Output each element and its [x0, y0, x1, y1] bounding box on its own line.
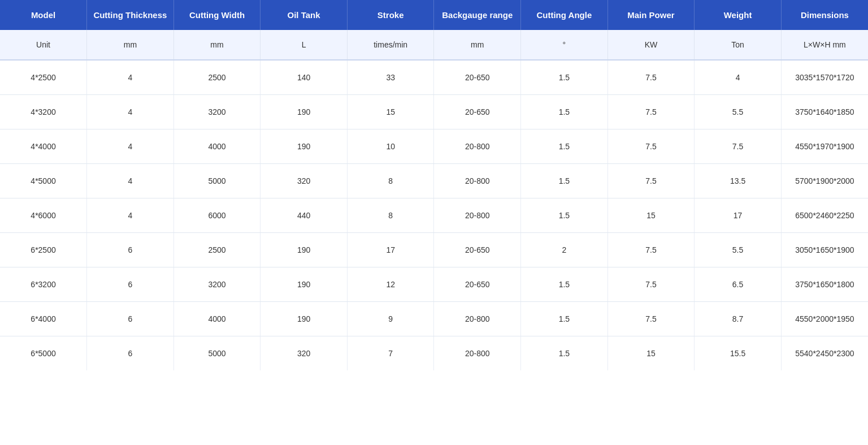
table-cell: 20-650 [434, 233, 521, 267]
column-header-oil-tank: Oil Tank [261, 0, 348, 30]
column-header-stroke: Stroke [347, 0, 434, 30]
column-header-cutting-thickness: Cutting Thickness [87, 0, 174, 30]
table-cell: 15 [607, 336, 695, 371]
column-header-main-power: Main Power [607, 0, 695, 30]
table-cell: 17 [695, 198, 782, 233]
unit-cell-1: mm [87, 30, 174, 60]
table-cell: 7.5 [607, 164, 695, 198]
table-cell: 1.5 [521, 129, 608, 164]
table-row: 6*2500625001901720-65027.55.53050*1650*1… [0, 233, 868, 267]
column-header-model: Model [0, 0, 87, 30]
table-cell: 7.5 [695, 129, 782, 164]
table-cell: 4*3200 [0, 95, 87, 129]
table-cell: 4*6000 [0, 198, 87, 233]
column-header-dimensions: Dimensions [781, 0, 868, 30]
table-cell: 4550*2000*1950 [781, 302, 868, 336]
table-cell: 17 [347, 233, 434, 267]
table-cell: 7.5 [607, 95, 695, 129]
unit-cell-2: mm [173, 30, 261, 60]
table-cell: 5000 [173, 336, 261, 371]
unit-cell-9: L×W×H mm [781, 30, 868, 60]
table-cell: 190 [261, 267, 348, 302]
table-row: 6*400064000190920-8001.57.58.74550*2000*… [0, 302, 868, 336]
table-cell: 190 [261, 302, 348, 336]
table-cell: 1.5 [521, 267, 608, 302]
table-cell: 7 [347, 336, 434, 371]
table-cell: 33 [347, 60, 434, 95]
table-cell: 20-800 [434, 336, 521, 371]
table-cell: 3200 [173, 267, 261, 302]
table-cell: 6*2500 [0, 233, 87, 267]
column-header-backgauge-range: Backgauge range [434, 0, 521, 30]
table-row: 4*4000440001901020-8001.57.57.54550*1970… [0, 129, 868, 164]
table-cell: 5540*2450*2300 [781, 336, 868, 371]
table-cell: 6*4000 [0, 302, 87, 336]
table-cell: 7.5 [607, 60, 695, 95]
table-cell: 20-800 [434, 302, 521, 336]
table-cell: 1.5 [521, 164, 608, 198]
table-cell: 5.5 [695, 95, 782, 129]
table-cell: 4*2500 [0, 60, 87, 95]
table-row: 6*3200632001901220-6501.57.56.53750*1650… [0, 267, 868, 302]
table-cell: 15 [347, 95, 434, 129]
unit-cell-5: mm [434, 30, 521, 60]
table-cell: 15 [607, 198, 695, 233]
unit-cell-7: KW [607, 30, 695, 60]
table-cell: 320 [261, 164, 348, 198]
table-cell: 6 [87, 233, 174, 267]
table-cell: 2500 [173, 60, 261, 95]
table-cell: 7.5 [607, 129, 695, 164]
header-row: ModelCutting ThicknessCutting WidthOil T… [0, 0, 868, 30]
column-header-cutting-angle: Cutting Angle [521, 0, 608, 30]
table-cell: 3200 [173, 95, 261, 129]
table-cell: 6*3200 [0, 267, 87, 302]
table-row: 4*3200432001901520-6501.57.55.53750*1640… [0, 95, 868, 129]
table-cell: 20-800 [434, 129, 521, 164]
table-cell: 4 [87, 60, 174, 95]
table-cell: 20-650 [434, 267, 521, 302]
table-cell: 4*4000 [0, 129, 87, 164]
table-cell: 190 [261, 95, 348, 129]
table-cell: 3750*1650*1800 [781, 267, 868, 302]
table-cell: 6500*2460*2250 [781, 198, 868, 233]
table-cell: 190 [261, 233, 348, 267]
unit-cell-0: Unit [0, 30, 87, 60]
table-cell: 7.5 [607, 302, 695, 336]
table-cell: 7.5 [607, 233, 695, 267]
table-cell: 3750*1640*1850 [781, 95, 868, 129]
table-cell: 2500 [173, 233, 261, 267]
table-cell: 12 [347, 267, 434, 302]
table-cell: 15.5 [695, 336, 782, 371]
unit-row: UnitmmmmLtimes/minmm°KWTonL×W×H mm [0, 30, 868, 60]
table-cell: 4550*1970*1900 [781, 129, 868, 164]
table-cell: 4000 [173, 302, 261, 336]
table-cell: 9 [347, 302, 434, 336]
table-cell: 1.5 [521, 60, 608, 95]
table-cell: 6000 [173, 198, 261, 233]
table-cell: 8 [347, 164, 434, 198]
table-cell: 4*5000 [0, 164, 87, 198]
table-cell: 6*5000 [0, 336, 87, 371]
table-cell: 6.5 [695, 267, 782, 302]
unit-cell-4: times/min [347, 30, 434, 60]
table-cell: 5.5 [695, 233, 782, 267]
unit-cell-3: L [261, 30, 348, 60]
table-cell: 1.5 [521, 302, 608, 336]
unit-cell-8: Ton [695, 30, 782, 60]
table-cell: 140 [261, 60, 348, 95]
table-cell: 4 [87, 198, 174, 233]
table-cell: 6 [87, 336, 174, 371]
table-cell: 6 [87, 302, 174, 336]
table-cell: 4 [695, 60, 782, 95]
table-cell: 20-650 [434, 60, 521, 95]
table-cell: 20-800 [434, 198, 521, 233]
column-header-cutting-width: Cutting Width [173, 0, 261, 30]
table-cell: 4 [87, 129, 174, 164]
table-cell: 1.5 [521, 95, 608, 129]
table-cell: 3050*1650*1900 [781, 233, 868, 267]
table-cell: 5000 [173, 164, 261, 198]
unit-cell-6: ° [521, 30, 608, 60]
table-cell: 13.5 [695, 164, 782, 198]
table-row: 6*500065000320720-8001.51515.55540*2450*… [0, 336, 868, 371]
column-header-weight: Weight [695, 0, 782, 30]
